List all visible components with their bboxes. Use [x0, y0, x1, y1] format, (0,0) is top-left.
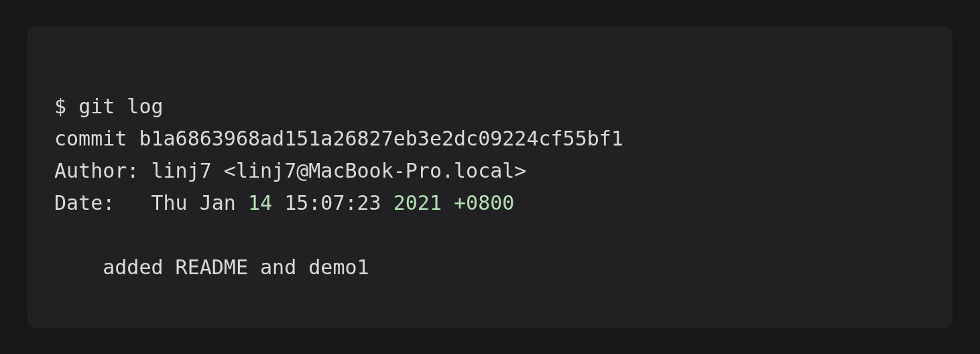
date-time: 15:07:23 [284, 191, 381, 215]
commit-message: added README and demo1 [103, 255, 369, 279]
commit-message-indent [54, 255, 103, 279]
terminal-output-panel: $ git log commit b1a6863968ad151a26827eb… [27, 26, 953, 328]
date-sep [272, 191, 284, 215]
date-sep [442, 191, 454, 215]
shell-command: git log [78, 95, 163, 118]
date-month: Jan [200, 191, 248, 215]
date-year: 2021 [393, 191, 442, 215]
commit-label: commit [54, 127, 139, 150]
date-day: 14 [248, 191, 272, 215]
date-sep [381, 191, 393, 215]
commit-hash: b1a6863968ad151a26827eb3e2dc09224cf55bf1 [139, 127, 623, 150]
date-weekday: Thu [151, 191, 200, 215]
author-label: Author: [54, 159, 151, 182]
date-timezone: +0800 [454, 191, 514, 215]
date-label: Date: [54, 191, 151, 215]
author-value: linj7 <linj7@MacBook-Pro.local> [151, 159, 527, 182]
shell-prompt: $ [54, 95, 78, 118]
